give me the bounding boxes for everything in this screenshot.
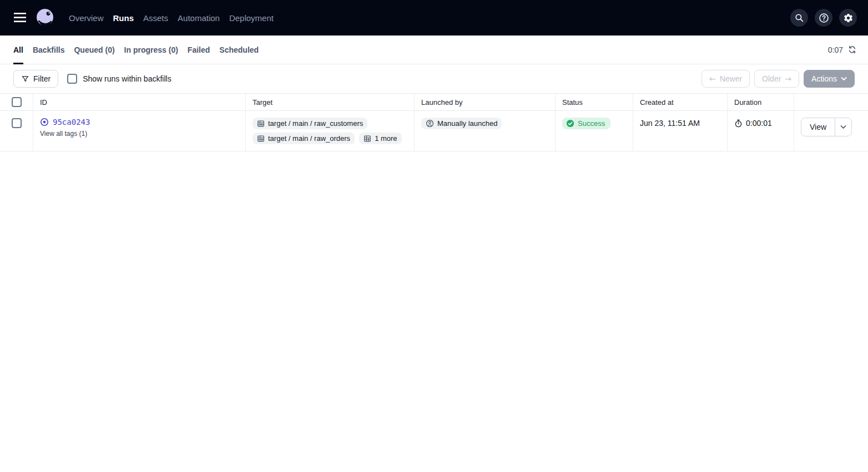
gear-icon	[843, 13, 854, 23]
table-grid-icon	[257, 120, 265, 128]
column-header-launched-by: Launched by	[415, 94, 556, 110]
arrow-right-icon: →	[785, 74, 791, 83]
launched-by-cell: Manually launched	[415, 111, 556, 151]
run-id-link[interactable]: 95ca0243	[53, 118, 90, 126]
newer-button-label: Newer	[720, 74, 742, 83]
table-grid-icon	[257, 135, 265, 143]
column-header-duration: Duration	[728, 94, 794, 110]
actions-button-label: Actions	[811, 74, 837, 83]
show-backfills-label: Show runs within backfills	[83, 74, 171, 83]
runs-toolbar: Filter Show runs within backfills ← Newe…	[0, 64, 868, 93]
filter-button[interactable]: Filter	[13, 70, 58, 88]
column-header-actions	[794, 94, 868, 110]
column-header-target: Target	[246, 94, 415, 110]
table-row: 95ca0243 View all tags (1) target / main…	[0, 111, 868, 151]
timer-icon	[734, 119, 743, 128]
tab-backfills[interactable]: Backfills	[33, 35, 65, 64]
hamburger-menu-icon[interactable]	[9, 7, 31, 29]
select-all-checkbox[interactable]	[12, 97, 22, 107]
refresh-countdown: 0:07	[828, 45, 843, 54]
topnav-icon-buttons	[790, 9, 857, 27]
chevron-down-icon	[841, 77, 847, 81]
nav-item-automation[interactable]: Automation	[178, 13, 220, 23]
created-at-cell: Jun 23, 11:51 AM	[633, 111, 728, 151]
nav-item-runs[interactable]: Runs	[113, 13, 134, 23]
tab-queued[interactable]: Queued (0)	[74, 35, 114, 64]
settings-button[interactable]	[839, 9, 857, 27]
created-at-value: Jun 23, 11:51 AM	[640, 118, 700, 128]
row-checkbox[interactable]	[12, 118, 22, 128]
tab-in-progress[interactable]: In progress (0)	[124, 35, 178, 64]
pagination-actions: ← Newer Older → Actions	[702, 70, 855, 88]
runs-tabs-row: All Backfills Queued (0) In progress (0)…	[0, 35, 868, 64]
launched-by-label: Manually launched	[437, 119, 497, 128]
nav-item-assets[interactable]: Assets	[143, 13, 168, 23]
help-button[interactable]	[815, 9, 832, 27]
table-grid-icon	[364, 135, 371, 143]
view-all-tags-link[interactable]: View all tags (1)	[40, 130, 87, 138]
check-circle-icon	[566, 119, 574, 128]
filter-button-label: Filter	[33, 74, 51, 83]
target-tag-label: target / main / raw_orders	[268, 134, 350, 143]
refresh-button[interactable]	[847, 45, 857, 54]
refresh-area: 0:07	[828, 35, 857, 64]
row-select-cell	[0, 111, 33, 151]
view-dropdown-button[interactable]	[835, 118, 851, 136]
runs-table: ID Target Launched by Status Created at …	[0, 93, 868, 151]
arrow-left-icon: ←	[709, 74, 716, 83]
nav-item-deployment[interactable]: Deployment	[229, 13, 274, 23]
target-cell: target / main / raw_customers target / m…	[246, 111, 415, 151]
view-button[interactable]: View	[801, 118, 835, 136]
tab-failed[interactable]: Failed	[188, 35, 210, 64]
view-split-button: View	[801, 118, 852, 136]
table-header-row: ID Target Launched by Status Created at …	[0, 93, 868, 111]
status-badge: Success	[562, 118, 610, 129]
target-tag-label: target / main / raw_customers	[268, 119, 363, 128]
select-all-cell	[0, 94, 33, 110]
person-circle-icon	[426, 119, 434, 128]
duration-cell: 0:00:01	[728, 111, 794, 151]
more-targets-label: 1 more	[375, 134, 397, 143]
status-label: Success	[578, 119, 605, 128]
newer-button[interactable]: ← Newer	[702, 70, 750, 88]
run-id-cell: 95ca0243 View all tags (1)	[33, 111, 246, 151]
column-header-id: ID	[33, 94, 246, 110]
actions-button[interactable]: Actions	[804, 70, 855, 88]
search-button[interactable]	[790, 9, 808, 27]
run-status-dot-icon	[40, 118, 49, 126]
older-button[interactable]: Older →	[754, 70, 799, 88]
duration-value: 0:00:01	[746, 119, 772, 128]
launched-by-tag[interactable]: Manually launched	[421, 118, 502, 129]
refresh-icon	[847, 45, 857, 54]
show-backfills-toggle[interactable]: Show runs within backfills	[67, 74, 171, 84]
column-header-status: Status	[556, 94, 633, 110]
main-nav: Overview Runs Assets Automation Deployme…	[69, 13, 274, 23]
search-icon	[794, 13, 804, 23]
runs-tabs: All Backfills Queued (0) In progress (0)…	[13, 35, 259, 64]
show-backfills-checkbox[interactable]	[67, 74, 77, 84]
column-header-created-at: Created at	[633, 94, 728, 110]
filter-funnel-icon	[21, 75, 29, 83]
nav-item-overview[interactable]: Overview	[69, 13, 104, 23]
target-tag[interactable]: target / main / raw_orders	[253, 133, 355, 144]
tab-scheduled[interactable]: Scheduled	[219, 35, 259, 64]
target-tag[interactable]: target / main / raw_customers	[253, 118, 367, 129]
dagster-logo[interactable]	[34, 7, 55, 28]
chevron-down-icon	[840, 125, 846, 129]
help-icon	[819, 13, 829, 23]
status-cell: Success	[556, 111, 633, 151]
octopus-logo-icon	[34, 7, 55, 28]
row-actions-cell: View	[794, 111, 868, 151]
hamburger-icon	[14, 13, 26, 23]
more-targets-tag[interactable]: 1 more	[359, 133, 401, 144]
top-navigation: Overview Runs Assets Automation Deployme…	[0, 0, 868, 35]
tab-all[interactable]: All	[13, 35, 23, 64]
older-button-label: Older	[762, 74, 781, 83]
